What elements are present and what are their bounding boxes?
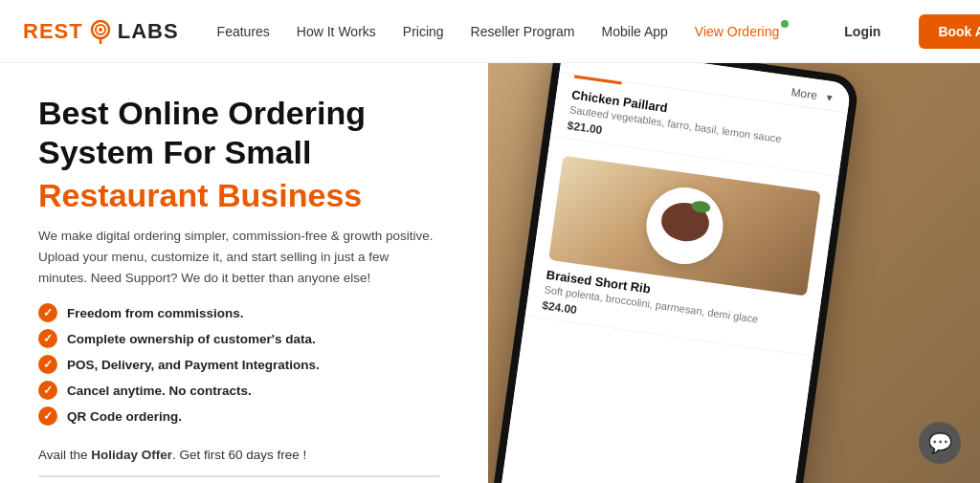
- hero-heading-line1: Best Online Ordering System For Small: [38, 94, 450, 172]
- svg-point-2: [99, 28, 102, 32]
- logo[interactable]: REST LABS: [23, 18, 179, 45]
- nav-features[interactable]: Features: [217, 24, 270, 39]
- phone-more-label: More: [791, 85, 818, 102]
- login-button[interactable]: Login: [833, 18, 892, 45]
- nav-mobile-app[interactable]: Mobile App: [602, 24, 668, 39]
- nav-how-it-works[interactable]: How It Works: [297, 24, 376, 39]
- holiday-offer-text: Avail the Holiday Offer. Get first 60 da…: [38, 448, 450, 462]
- check-icon-3: [38, 355, 57, 374]
- get-access-button[interactable]: Get Access: [324, 476, 439, 477]
- logo-labs: LABS: [118, 19, 179, 44]
- feature-item: Cancel anytime. No contracts.: [38, 381, 450, 400]
- online-indicator: [781, 20, 789, 28]
- navbar: REST LABS Features How It Works Pricing …: [0, 0, 980, 63]
- check-icon-2: [38, 329, 57, 348]
- hero-left: Best Online Ordering System For Small Re…: [0, 63, 488, 483]
- nav-view-ordering[interactable]: View Ordering: [695, 24, 779, 39]
- chat-icon: 💬: [928, 431, 952, 454]
- check-icon-1: [38, 303, 57, 322]
- logo-rest: REST: [23, 19, 83, 44]
- logo-icon: [87, 18, 114, 45]
- menu-item-2: Braised Short Rib Soft polenta, broccoli…: [525, 137, 838, 357]
- feature-item: Complete ownership of customer's data.: [38, 329, 450, 348]
- check-icon-5: [38, 406, 57, 426]
- phone-chevron-icon: ▼: [824, 92, 835, 103]
- email-signup-row: Get Access: [38, 475, 440, 477]
- chat-bubble-button[interactable]: 💬: [919, 422, 961, 464]
- feature-item: Freedom from commissions.: [38, 303, 450, 322]
- email-input[interactable]: [39, 476, 324, 477]
- feature-item: POS, Delivery, and Payment Integrations.: [38, 355, 450, 374]
- hero-right: More ▼ Chicken Paillard Sauteed vegetabl…: [488, 63, 980, 483]
- hero-section: Best Online Ordering System For Small Re…: [0, 63, 980, 483]
- hero-features-list: Freedom from commissions. Complete owner…: [38, 303, 450, 432]
- hero-heading-orange: Restaurant Business: [38, 176, 450, 215]
- nav-reseller-program[interactable]: Reseller Program: [471, 24, 575, 39]
- book-demo-button[interactable]: Book A Demo: [919, 14, 980, 49]
- phone-mockup: More ▼ Chicken Paillard Sauteed vegetabl…: [488, 63, 860, 483]
- feature-item: QR Code ordering.: [38, 406, 450, 426]
- hero-subtext: We make digital ordering simpler, commis…: [38, 226, 440, 288]
- check-icon-4: [38, 381, 57, 400]
- nav-pricing[interactable]: Pricing: [403, 24, 444, 39]
